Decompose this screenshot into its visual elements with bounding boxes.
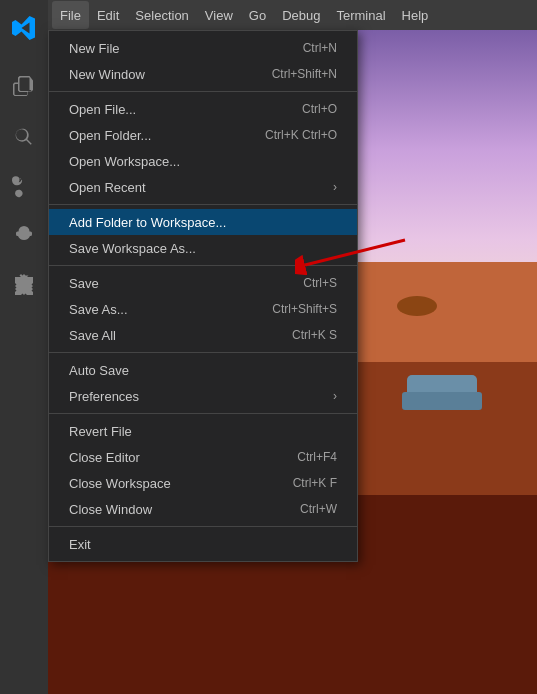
menu-help[interactable]: Help: [394, 1, 437, 29]
vscode-icon[interactable]: [0, 4, 48, 52]
close-editor-shortcut: Ctrl+F4: [297, 450, 337, 464]
save-workspace-label: Save Workspace As...: [69, 241, 337, 256]
close-workspace-shortcut: Ctrl+K F: [293, 476, 337, 490]
add-folder-label: Add Folder to Workspace...: [69, 215, 337, 230]
open-file-item[interactable]: Open File... Ctrl+O: [49, 96, 357, 122]
separator-5: [49, 413, 357, 414]
save-as-item[interactable]: Save As... Ctrl+Shift+S: [49, 296, 357, 322]
save-all-shortcut: Ctrl+K S: [292, 328, 337, 342]
close-workspace-label: Close Workspace: [69, 476, 273, 491]
separator-1: [49, 91, 357, 92]
close-workspace-item[interactable]: Close Workspace Ctrl+K F: [49, 470, 357, 496]
menu-file[interactable]: File: [52, 1, 89, 29]
extensions-icon[interactable]: [0, 262, 48, 310]
menu-selection[interactable]: Selection: [127, 1, 196, 29]
open-workspace-label: Open Workspace...: [69, 154, 337, 169]
auto-save-label: Auto Save: [69, 363, 337, 378]
separator-3: [49, 265, 357, 266]
open-recent-item[interactable]: Open Recent ›: [49, 174, 357, 200]
file-dropdown: New File Ctrl+N New Window Ctrl+Shift+N …: [48, 30, 358, 562]
close-window-label: Close Window: [69, 502, 280, 517]
close-window-item[interactable]: Close Window Ctrl+W: [49, 496, 357, 522]
menu-view[interactable]: View: [197, 1, 241, 29]
menu-terminal[interactable]: Terminal: [328, 1, 393, 29]
preferences-item[interactable]: Preferences ›: [49, 383, 357, 409]
close-editor-label: Close Editor: [69, 450, 277, 465]
save-item[interactable]: Save Ctrl+S: [49, 270, 357, 296]
search-icon[interactable]: [0, 112, 48, 160]
save-label: Save: [69, 276, 283, 291]
new-file-label: New File: [69, 41, 283, 56]
activity-bar: [0, 0, 48, 694]
new-window-item[interactable]: New Window Ctrl+Shift+N: [49, 61, 357, 87]
save-as-label: Save As...: [69, 302, 252, 317]
exit-label: Exit: [69, 537, 337, 552]
open-folder-shortcut: Ctrl+K Ctrl+O: [265, 128, 337, 142]
preferences-label: Preferences: [69, 389, 333, 404]
separator-2: [49, 204, 357, 205]
save-all-item[interactable]: Save All Ctrl+K S: [49, 322, 357, 348]
menu-edit[interactable]: Edit: [89, 1, 127, 29]
add-folder-item[interactable]: Add Folder to Workspace...: [49, 209, 357, 235]
new-window-label: New Window: [69, 67, 252, 82]
save-shortcut: Ctrl+S: [303, 276, 337, 290]
open-folder-item[interactable]: Open Folder... Ctrl+K Ctrl+O: [49, 122, 357, 148]
source-control-icon[interactable]: [0, 162, 48, 210]
new-file-item[interactable]: New File Ctrl+N: [49, 35, 357, 61]
menu-bar: File Edit Selection View Go Debug Termin…: [48, 0, 537, 30]
revert-file-label: Revert File: [69, 424, 337, 439]
open-workspace-item[interactable]: Open Workspace...: [49, 148, 357, 174]
save-as-shortcut: Ctrl+Shift+S: [272, 302, 337, 316]
car: [407, 375, 477, 410]
preferences-arrow: ›: [333, 389, 337, 403]
auto-save-item[interactable]: Auto Save: [49, 357, 357, 383]
open-recent-label: Open Recent: [69, 180, 333, 195]
save-all-label: Save All: [69, 328, 272, 343]
debug-icon[interactable]: [0, 212, 48, 260]
menu-debug[interactable]: Debug: [274, 1, 328, 29]
open-file-shortcut: Ctrl+O: [302, 102, 337, 116]
separator-6: [49, 526, 357, 527]
car-body: [402, 392, 482, 410]
revert-file-item[interactable]: Revert File: [49, 418, 357, 444]
close-window-shortcut: Ctrl+W: [300, 502, 337, 516]
menu-go[interactable]: Go: [241, 1, 274, 29]
exit-item[interactable]: Exit: [49, 531, 357, 557]
save-workspace-item[interactable]: Save Workspace As...: [49, 235, 357, 261]
separator-4: [49, 352, 357, 353]
explorer-icon[interactable]: [0, 62, 48, 110]
new-window-shortcut: Ctrl+Shift+N: [272, 67, 337, 81]
open-file-label: Open File...: [69, 102, 282, 117]
new-file-shortcut: Ctrl+N: [303, 41, 337, 55]
open-recent-arrow: ›: [333, 180, 337, 194]
open-folder-label: Open Folder...: [69, 128, 245, 143]
rock: [397, 296, 437, 316]
close-editor-item[interactable]: Close Editor Ctrl+F4: [49, 444, 357, 470]
